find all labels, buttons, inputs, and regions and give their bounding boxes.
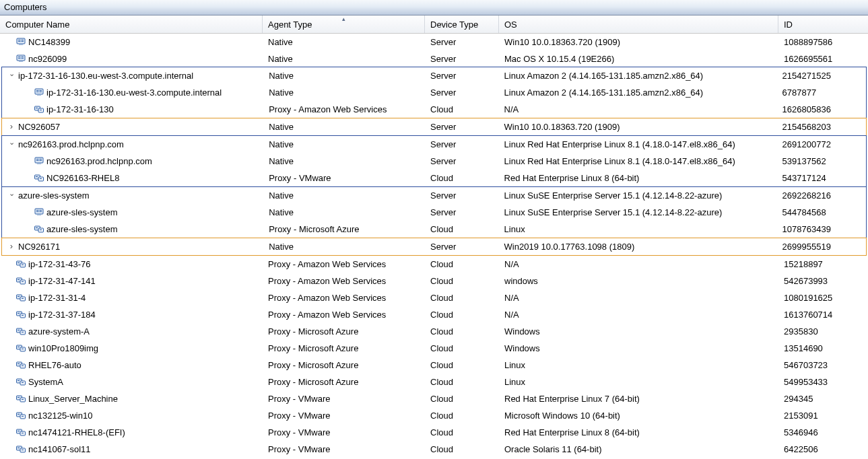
row-group: ip-172-31-16-130.eu-west-3.compute.inter… bbox=[1, 67, 867, 118]
cell-id: 1626695561 bbox=[778, 50, 868, 67]
table-row[interactable]: azure-sles-system Native Server Linux Su… bbox=[2, 187, 866, 204]
cell-device: Server bbox=[425, 153, 499, 169]
cell-os: Linux bbox=[499, 374, 778, 390]
cell-os: Win10 10.0.18363.720 (1909) bbox=[499, 118, 777, 135]
cell-id: 542673993 bbox=[778, 273, 868, 289]
cell-os: Windows bbox=[499, 323, 778, 339]
cell-agent: Native bbox=[263, 238, 425, 254]
cell-device: Cloud bbox=[425, 390, 499, 407]
cell-os: Linux SuSE Enterprise Server 15.1 (4.12.… bbox=[499, 204, 777, 220]
expander-expand-icon[interactable] bbox=[7, 242, 15, 252]
table-row[interactable]: win10Pro1809img Proxy - Microsoft Azure … bbox=[0, 340, 868, 357]
cell-agent: Native bbox=[263, 153, 425, 169]
table-row[interactable]: NC926171 Native Server Win2019 10.0.1776… bbox=[2, 238, 866, 255]
computer-icon bbox=[16, 54, 26, 63]
table-row[interactable]: NC148399 Native Server Win10 10.0.18363.… bbox=[0, 34, 868, 50]
table-row[interactable]: NC926163-RHEL8 Proxy - VMware Cloud Red … bbox=[2, 170, 866, 186]
computer-icon bbox=[34, 156, 44, 166]
cell-device: Server bbox=[425, 136, 499, 152]
table-row[interactable]: ip-172-31-37-184 Proxy - Amazon Web Serv… bbox=[0, 306, 868, 323]
cell-device: Server bbox=[425, 238, 499, 254]
table-row[interactable]: nc926163.prod.hclpnp.com Native Server L… bbox=[2, 153, 866, 170]
cell-device: Cloud bbox=[425, 340, 499, 356]
cell-agent: Proxy - Microsoft Azure bbox=[263, 357, 425, 373]
cell-name: ip-172-31-16-130 bbox=[2, 101, 263, 117]
proxy-icon bbox=[34, 104, 44, 114]
table-row[interactable]: azure-sles-system Proxy - Microsoft Azur… bbox=[2, 221, 866, 238]
column-header-os[interactable]: OS bbox=[499, 15, 778, 33]
table-row[interactable]: azure-system-A Proxy - Microsoft Azure C… bbox=[0, 323, 868, 340]
table-row[interactable]: NC926057 Native Server Win10 10.0.18363.… bbox=[2, 118, 866, 135]
computer-name-text: ip-172-31-16-130 bbox=[46, 104, 114, 114]
computer-name-text: win10Pro1809img bbox=[28, 343, 98, 353]
proxy-icon bbox=[16, 411, 26, 420]
cell-os: Linux Red Hat Enterprise Linux 8.1 (4.18… bbox=[499, 136, 777, 152]
cell-os: Linux bbox=[499, 357, 778, 373]
computer-name-text: azure-system-A bbox=[28, 326, 90, 337]
table-row[interactable]: azure-sles-system Native Server Linux Su… bbox=[2, 204, 866, 221]
cell-device: Server bbox=[425, 34, 499, 50]
computer-name-text: azure-sles-system bbox=[46, 207, 117, 217]
cell-device: Server bbox=[425, 118, 499, 135]
table-row[interactable]: nc926099 Native Server Mac OS X 10.15.4 … bbox=[0, 50, 868, 67]
proxy-icon bbox=[16, 444, 26, 454]
cell-name: nc132125-win10 bbox=[0, 407, 263, 423]
cell-os: Linux Amazon 2 (4.14.165-131.185.amzn2.x… bbox=[499, 84, 777, 100]
cell-os: Win10 10.0.18363.720 (1909) bbox=[499, 34, 778, 50]
table-row[interactable]: nc1474121-RHEL8-(EFI) Proxy - VMware Clo… bbox=[0, 424, 868, 441]
table-row[interactable]: ip-172-31-16-130 Proxy - Amazon Web Serv… bbox=[2, 101, 866, 118]
table-row[interactable]: nc132125-win10 Proxy - VMware Cloud Micr… bbox=[0, 407, 868, 424]
table-row[interactable]: ip-172-31-16-130.eu-west-3.compute.inter… bbox=[2, 67, 866, 84]
cell-os: Linux SuSE Enterprise Server 15.1 (4.12.… bbox=[499, 187, 777, 203]
cell-os: windows bbox=[499, 273, 778, 289]
cell-os: Red Hat Enterprise Linux 8 (64-bit) bbox=[499, 424, 778, 440]
table-row[interactable]: ip-172-31-47-141 Proxy - Amazon Web Serv… bbox=[0, 273, 868, 289]
expander-collapse-icon[interactable] bbox=[7, 191, 15, 200]
table-row[interactable]: ip-172-31-43-76 Proxy - Amazon Web Servi… bbox=[0, 256, 868, 273]
cell-os: Linux Amazon 2 (4.14.165-131.185.amzn2.x… bbox=[499, 67, 777, 83]
computer-name-text: NC926163-RHEL8 bbox=[46, 173, 119, 183]
computer-name-text: NC148399 bbox=[28, 37, 70, 47]
cell-agent: Proxy - Amazon Web Services bbox=[263, 273, 425, 289]
proxy-icon bbox=[16, 394, 26, 403]
cell-name: nc141067-sol11 bbox=[0, 441, 263, 457]
proxy-icon bbox=[16, 427, 26, 437]
cell-id: 2153091 bbox=[778, 407, 868, 423]
cell-os: Microsoft Windows 10 (64-bit) bbox=[499, 407, 778, 423]
cell-device: Server bbox=[425, 50, 499, 67]
cell-device: Server bbox=[425, 67, 499, 83]
computer-name-text: nc926163.prod.hclpnp.com bbox=[18, 139, 124, 149]
table-row[interactable]: nc141067-sol11 Proxy - VMware Cloud Orac… bbox=[0, 441, 868, 458]
cell-agent: Native bbox=[263, 204, 425, 220]
column-header-id[interactable]: ID bbox=[778, 15, 868, 33]
cell-id: 2154271525 bbox=[777, 67, 866, 83]
cell-device: Cloud bbox=[425, 170, 499, 186]
table-row[interactable]: ip-172-31-31-4 Proxy - Amazon Web Servic… bbox=[0, 289, 868, 306]
expander-collapse-icon[interactable] bbox=[7, 140, 15, 149]
table-row[interactable]: ip-172-31-16-130.eu-west-3.compute.inter… bbox=[2, 84, 866, 101]
cell-name: nc1474121-RHEL8-(EFI) bbox=[0, 424, 263, 440]
cell-device: Cloud bbox=[425, 289, 499, 306]
column-header-device[interactable]: Device Type bbox=[425, 15, 499, 33]
expander-expand-icon[interactable] bbox=[7, 122, 15, 132]
table-row[interactable]: SystemA Proxy - Microsoft Azure Cloud Li… bbox=[0, 374, 868, 390]
table-row[interactable]: nc926163.prod.hclpnp.com Native Server L… bbox=[2, 136, 866, 153]
cell-id: 2935830 bbox=[778, 323, 868, 339]
cell-os: Linux bbox=[499, 221, 777, 237]
cell-os: N/A bbox=[499, 289, 778, 306]
cell-agent: Proxy - VMware bbox=[263, 424, 425, 440]
column-header-name[interactable]: Computer Name bbox=[0, 15, 263, 33]
proxy-icon bbox=[16, 310, 26, 319]
computer-name-text: Linux_Server_Machine bbox=[28, 394, 118, 404]
column-header-label: Device Type bbox=[430, 20, 478, 30]
cell-device: Cloud bbox=[425, 273, 499, 289]
cell-id: 294345 bbox=[778, 390, 868, 407]
computer-name-text: nc141067-sol11 bbox=[28, 444, 91, 454]
computer-name-text: ip-172-31-37-184 bbox=[28, 310, 96, 320]
cell-name: ip-172-31-47-141 bbox=[0, 273, 263, 289]
table-row[interactable]: Linux_Server_Machine Proxy - VMware Clou… bbox=[0, 390, 868, 407]
proxy-icon bbox=[16, 377, 26, 386]
expander-collapse-icon[interactable] bbox=[7, 71, 15, 80]
table-row[interactable]: RHEL76-auto Proxy - Microsoft Azure Clou… bbox=[0, 357, 868, 374]
column-header-agent[interactable]: Agent Type▴ bbox=[263, 15, 425, 33]
